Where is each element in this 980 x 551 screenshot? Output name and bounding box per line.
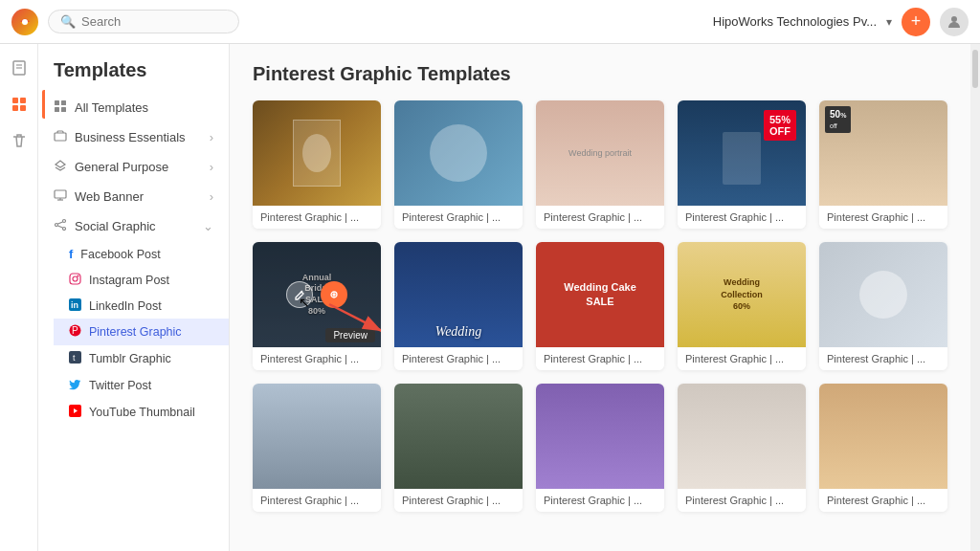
scrollbar-thumb[interactable]: [972, 50, 978, 88]
facebook-icon: f: [69, 247, 73, 261]
sidebar-sub-item-label: Pinterest Graphic: [89, 325, 182, 339]
sidebar-item-label: Business Essentials: [75, 130, 186, 144]
card-label: Pinterest Graphic | ...: [536, 347, 664, 370]
sidebar-sub-item-label: LinkedIn Post: [89, 299, 162, 313]
sidebar-item-instagram-post[interactable]: Instagram Post: [54, 267, 229, 293]
card-label: Pinterest Graphic | ...: [253, 489, 381, 512]
svg-point-25: [78, 276, 78, 276]
card-image: [819, 384, 947, 489]
icon-rail: [0, 44, 38, 551]
svg-rect-14: [55, 133, 66, 141]
template-card[interactable]: 50%off Pinterest Graphic | ...: [819, 100, 947, 229]
template-card[interactable]: Pinterest Graphic | ...: [819, 242, 947, 370]
svg-rect-13: [61, 107, 66, 112]
sidebar-item-label: Social Graphic: [75, 219, 156, 233]
chevron-down-icon: ⌄: [203, 219, 213, 233]
user-icon[interactable]: [940, 8, 969, 36]
svg-rect-9: [20, 105, 26, 111]
app-logo[interactable]: [11, 9, 38, 35]
svg-point-20: [56, 224, 58, 227]
template-card[interactable]: Pinterest Graphic | ...: [819, 384, 947, 512]
svg-rect-12: [55, 107, 59, 112]
chevron-right-icon: ›: [210, 130, 213, 144]
sidebar-item-label: All Templates: [75, 100, 148, 115]
search-input[interactable]: [81, 14, 215, 29]
social-graphic-submenu: f Facebook Post Instagram Post in Linked…: [38, 241, 229, 426]
search-box[interactable]: 🔍: [48, 10, 239, 33]
tumblr-icon: t: [69, 351, 81, 366]
pinterest-icon: P: [69, 324, 81, 340]
template-card[interactable]: WeddingCollection60% Pinterest Graphic |…: [678, 242, 806, 370]
topbar-right: HipoWorks Technologies Pv... ▾ +: [713, 8, 969, 36]
sidebar-item-tumblr-graphic[interactable]: t Tumblr Graphic: [54, 345, 229, 372]
grid-icon: [54, 99, 67, 116]
template-card[interactable]: Pinterest Graphic | ...: [394, 100, 523, 229]
layers-icon: [54, 159, 67, 175]
company-chevron[interactable]: ▾: [886, 15, 892, 29]
monitor-icon: [54, 188, 67, 205]
svg-rect-7: [20, 98, 26, 103]
template-card[interactable]: Pinterest Graphic | ...: [253, 100, 381, 229]
sidebar-item-general-purpose[interactable]: General Purpose ›: [38, 152, 229, 182]
chevron-right-icon: ›: [210, 189, 213, 204]
svg-rect-6: [12, 98, 18, 103]
svg-point-24: [73, 276, 78, 281]
preview-button[interactable]: [321, 281, 347, 308]
svg-text:in: in: [71, 300, 78, 310]
template-card[interactable]: Pinterest Graphic | ...: [536, 384, 664, 512]
sidebar-item-facebook-post[interactable]: f Facebook Post: [54, 241, 229, 267]
edit-button[interactable]: [286, 281, 313, 308]
svg-point-36: [333, 294, 335, 296]
add-button[interactable]: +: [902, 8, 930, 36]
card-image: AnnualBridalSALE80% ↖: [253, 242, 381, 347]
card-image: 55%OFF: [678, 100, 806, 206]
template-card[interactable]: Pinterest Graphic | ...: [253, 384, 381, 512]
sidebar-sub-item-label: Tumblr Graphic: [89, 352, 171, 365]
card-label: Pinterest Graphic | ...: [394, 347, 523, 370]
rail-document-icon[interactable]: [5, 54, 33, 82]
card-label: Pinterest Graphic | ...: [536, 206, 664, 229]
card-label: Pinterest Graphic | ...: [819, 347, 947, 370]
sidebar-item-all-templates[interactable]: All Templates: [38, 93, 229, 122]
instagram-icon: [69, 273, 81, 287]
card-label: Pinterest Graphic | ...: [819, 206, 947, 229]
card-image: Wedding CakeSALE: [536, 242, 664, 347]
svg-point-19: [63, 228, 66, 231]
search-icon: 🔍: [60, 14, 76, 29]
template-card[interactable]: 55%OFF Pinterest Graphic | ...: [678, 100, 806, 229]
main-layout: Templates All Templates Business Essenti…: [0, 44, 980, 551]
sidebar-item-business-essentials[interactable]: Business Essentials ›: [38, 122, 229, 152]
card-image: Wedding: [394, 242, 523, 347]
template-card[interactable]: Pinterest Graphic | ...: [394, 384, 523, 512]
card-image: [536, 384, 664, 489]
rail-templates-icon[interactable]: [5, 90, 33, 119]
template-card[interactable]: Pinterest Graphic | ...: [678, 384, 806, 512]
sidebar-item-label: Web Banner: [75, 189, 144, 204]
card-label: Pinterest Graphic | ...: [819, 489, 947, 512]
card-image: 50%off: [819, 100, 947, 206]
sidebar-item-linkedin-post[interactable]: in LinkedIn Post: [54, 293, 229, 319]
briefcase-icon: [54, 129, 67, 145]
content-area: Pinterest Graphic Templates Pinterest Gr…: [230, 44, 970, 551]
page-title: Pinterest Graphic Templates: [253, 63, 947, 85]
sidebar-item-pinterest-graphic[interactable]: P Pinterest Graphic: [54, 319, 229, 345]
sidebar-item-social-graphic[interactable]: Social Graphic ⌄: [38, 211, 229, 241]
card-label: Pinterest Graphic | ...: [678, 489, 806, 512]
card-label: Pinterest Graphic | ...: [394, 489, 523, 512]
template-card[interactable]: Wedding CakeSALE Pinterest Graphic | ...: [536, 242, 664, 370]
template-card[interactable]: Wedding Pinterest Graphic | ...: [394, 242, 523, 370]
sidebar-item-web-banner[interactable]: Web Banner ›: [38, 182, 229, 211]
sidebar-item-youtube-thumbnail[interactable]: YouTube Thumbnail: [54, 399, 229, 426]
template-card[interactable]: Wedding portrait Pinterest Graphic | ...: [536, 100, 664, 229]
sidebar-sub-item-label: Instagram Post: [89, 274, 169, 287]
scrollbar[interactable]: [970, 44, 980, 551]
sidebar-sub-item-label: YouTube Thumbnail: [89, 406, 195, 419]
rail-trash-icon[interactable]: [5, 126, 33, 155]
sidebar-item-label: General Purpose: [75, 160, 168, 174]
template-card-active[interactable]: AnnualBridalSALE80% ↖ Pinterest Graphic …: [253, 242, 381, 370]
card-label: Pinterest Graphic | ...: [394, 206, 523, 229]
card-image: [253, 100, 381, 206]
sidebar-item-twitter-post[interactable]: Twitter Post: [54, 372, 229, 399]
card-image: WeddingCollection60%: [678, 242, 806, 347]
card-label: Pinterest Graphic | ...: [253, 347, 381, 370]
